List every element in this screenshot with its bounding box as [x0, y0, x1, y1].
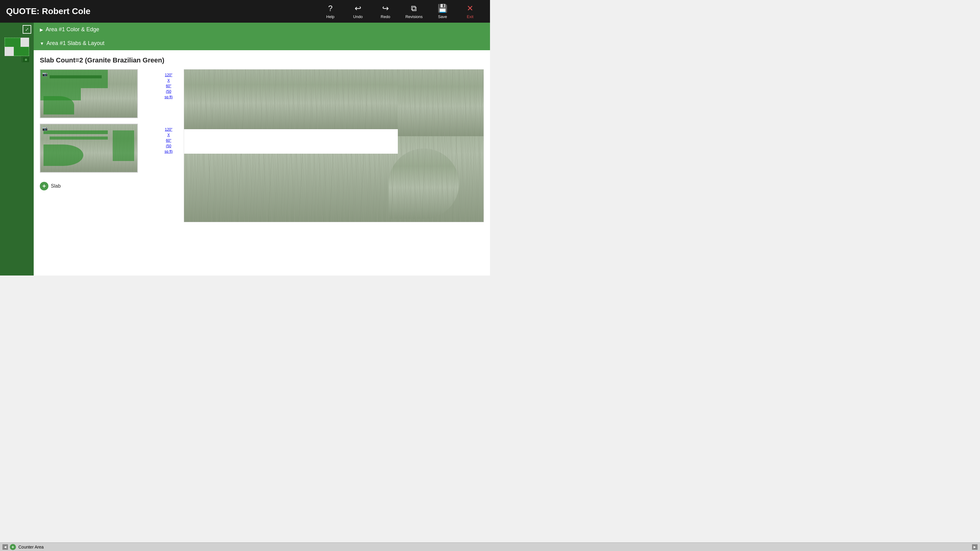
area1-color-edge-label: Area #1 Color & Edge [46, 26, 99, 33]
add-slab-button[interactable]: + Slab [40, 182, 159, 191]
minimap-grid-icon: ⊞ [25, 58, 27, 61]
add-slab-label: Slab [51, 183, 60, 189]
redo-button[interactable]: ↪ Redo [372, 1, 399, 21]
area1-slabs-label: Area #1 Slabs & Layout [46, 40, 105, 46]
undo-button[interactable]: ↩ Undo [344, 1, 372, 21]
slab-thumb-1[interactable]: 📷 [40, 69, 138, 118]
mini-map: ⊞ [3, 36, 30, 64]
slab-item-2: 📷 120" X 60" (50 sq ft) [40, 124, 159, 173]
exit-button[interactable]: ✕ Exit [456, 1, 484, 21]
slab-section: Slab Count=2 (Granite Brazilian Green) [34, 50, 490, 229]
revisions-icon: ⧉ [411, 4, 417, 13]
camera-icon-1: 📷 [42, 71, 48, 76]
area1-slabs-arrow: ▼ [40, 41, 44, 46]
help-label: Help [326, 14, 334, 19]
sidebar: ⤢ ⊞ [0, 23, 34, 275]
slab-preview-large[interactable] [184, 69, 484, 222]
save-button[interactable]: 💾 Save [429, 1, 456, 21]
undo-label: Undo [353, 14, 363, 19]
undo-icon: ↩ [355, 4, 361, 13]
quote-label: QUOTE: [6, 6, 40, 16]
content-area: ▶ Area #1 Color & Edge ▼ Area #1 Slabs &… [34, 23, 490, 275]
header: QUOTE: Robert Cole ? Help ↩ Undo ↪ Redo … [0, 0, 490, 23]
revisions-label: Revisions [406, 14, 423, 19]
slab-dims-2: 120" X 60" (50 sq ft) [160, 127, 177, 154]
expand-icon: ⤢ [25, 27, 29, 32]
camera-icon-2: 📷 [42, 126, 48, 131]
slab-dims-1: 120" X 60" (50 sq ft) [160, 72, 177, 100]
area1-color-edge-header[interactable]: ▶ Area #1 Color & Edge [34, 23, 490, 37]
help-button[interactable]: ? Help [317, 1, 344, 21]
area1-color-edge-arrow: ▶ [40, 27, 43, 32]
add-slab-icon: + [40, 182, 48, 191]
exit-label: Exit [467, 14, 474, 19]
customer-name: Robert Cole [42, 6, 91, 16]
slab-list: 📷 120" X 60" (50 sq ft) [40, 69, 159, 222]
redo-icon: ↪ [382, 4, 389, 13]
help-icon: ? [328, 4, 332, 13]
toolbar: ? Help ↩ Undo ↪ Redo ⧉ Revisions 💾 Save … [317, 1, 484, 21]
main-layout: ⤢ ⊞ ▶ Area #1 Color & Edge ▼ Area #1 Sla… [0, 23, 490, 275]
expand-sidebar-button[interactable]: ⤢ [23, 25, 31, 34]
save-label: Save [438, 14, 447, 19]
quote-title: QUOTE: Robert Cole [6, 6, 317, 16]
area1-slabs-layout-header[interactable]: ▼ Area #1 Slabs & Layout [34, 37, 490, 50]
redo-label: Redo [381, 14, 390, 19]
revisions-button[interactable]: ⧉ Revisions [399, 1, 429, 21]
save-icon: 💾 [438, 4, 447, 13]
slab-item-1: 📷 120" X 60" (50 sq ft) [40, 69, 159, 118]
slab-layout: 📷 120" X 60" (50 sq ft) [40, 69, 484, 222]
exit-icon: ✕ [467, 4, 474, 13]
slab-thumb-2[interactable]: 📷 [40, 124, 138, 173]
slab-title: Slab Count=2 (Granite Brazilian Green) [40, 56, 484, 64]
